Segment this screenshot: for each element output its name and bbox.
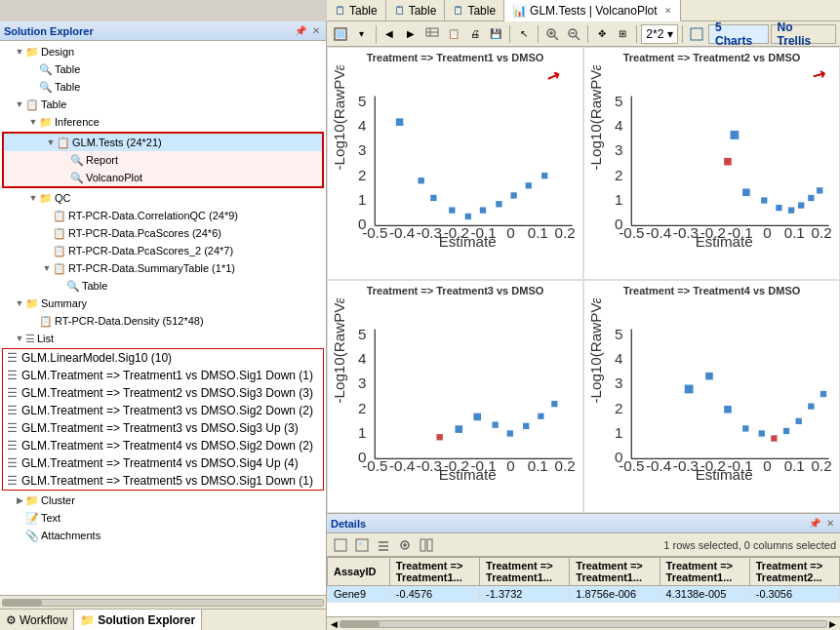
toolbar-btn-print[interactable]: 🖨 (465, 24, 485, 44)
col-header-assayid[interactable]: AssayID (328, 558, 390, 586)
toolbar-btn-2[interactable]: ▾ (352, 24, 372, 44)
qc3-label: RT-PCR-Data.PcaScores_2 (24*7) (68, 243, 233, 258)
col-header-t1b[interactable]: Treatment =>Treatment1... (480, 558, 570, 586)
tree-item-design[interactable]: ▼ 📁 Design (0, 43, 326, 60)
toolbar-btn-cursor[interactable]: ↖ (514, 24, 534, 44)
main-layout: Solution Explorer 📌 ✕ ▼ 📁 Design 🔍 Table… (0, 21, 840, 630)
toolbar-btn-prev-chart[interactable] (687, 24, 706, 44)
details-scrollbar-track[interactable] (340, 620, 827, 628)
tree-item-volcanoplot[interactable]: 🔍 VolcanoPlot (4, 169, 322, 186)
tree-item-attachments[interactable]: 📎 Attachments (0, 527, 326, 544)
expand-design[interactable]: ▼ (14, 44, 25, 59)
list-item-7[interactable]: ☰ GLM.Treatment => Treatment5 vs DMSO.Si… (3, 472, 323, 490)
tab-table-2[interactable]: 🗒 Table (386, 0, 446, 20)
expand-qc4[interactable]: ▼ (41, 260, 53, 276)
tree-item-design-table1[interactable]: 🔍 Table (0, 60, 326, 78)
grid-dropdown[interactable]: 2*2 ▾ (641, 24, 678, 44)
details-pin-icon[interactable]: 📌 (807, 518, 822, 529)
toolbar-btn-copy[interactable]: 📋 (444, 24, 463, 44)
tree-item-qc4[interactable]: ▼ 📋 RT-PCR-Data.SummaryTable (1*1) (0, 259, 326, 277)
expand-glm[interactable]: ▼ (45, 135, 57, 150)
expand-table-root[interactable]: ▼ (14, 97, 25, 112)
list-item-6[interactable]: ☰ GLM.Treatment => Treatment4 vs DMSO.Si… (3, 454, 323, 472)
left-scrollbar-h[interactable] (0, 595, 326, 609)
table-row-gene9[interactable]: ➜ Gene9 -0.4576 -1.3732 1.8756e-006 4.31… (328, 586, 840, 603)
svg-text:4: 4 (358, 117, 366, 134)
toolbar-btn-move[interactable]: ✥ (592, 24, 612, 44)
details-btn-3[interactable] (374, 535, 393, 555)
toolbar-btn-zoom-out[interactable] (564, 24, 583, 44)
scroll-right-btn[interactable]: ▶ (827, 619, 838, 629)
tree-item-glm-tests[interactable]: ▼ 📋 GLM.Tests (24*21) (4, 134, 322, 151)
tree-item-inference[interactable]: ▼ 📁 Inference (0, 113, 326, 131)
col-header-t1d[interactable]: Treatment =>Treatment1... (660, 558, 749, 586)
toolbar-btn-1[interactable] (331, 24, 350, 44)
expand-list-root[interactable]: ▼ (14, 331, 25, 346)
expand-inference[interactable]: ▼ (27, 114, 39, 130)
tree-item-design-table2[interactable]: 🔍 Table (0, 78, 326, 96)
toolbar-btn-export[interactable]: 💾 (487, 24, 506, 44)
expand-summary[interactable]: ▼ (14, 295, 25, 311)
toolbar-btn-select-all[interactable]: ⊞ (614, 24, 633, 44)
svg-text:2: 2 (358, 167, 366, 183)
toolbar-btn-zoom-in[interactable] (542, 24, 562, 44)
tab-close-btn[interactable]: ✕ (664, 6, 672, 16)
design-table2-label: Table (55, 79, 80, 95)
details-close-icon[interactable]: ✕ (824, 518, 836, 529)
scroll-left-btn[interactable]: ◀ (329, 619, 340, 629)
solution-explorer-tab[interactable]: 📁 Solution Explorer (74, 610, 202, 630)
list-item-1[interactable]: ☰ GLM.Treatment => Treatment1 vs DMSO.Si… (3, 367, 323, 384)
workflow-tab[interactable]: ⚙ Workflow (0, 610, 74, 630)
details-scrollbar-thumb[interactable] (340, 621, 380, 627)
expand-qc[interactable]: ▼ (27, 190, 39, 206)
tree-item-qc3[interactable]: 📋 RT-PCR-Data.PcaScores_2 (24*7) (0, 242, 326, 259)
details-btn-1[interactable] (331, 535, 350, 555)
tree-item-report[interactable]: 🔍 Report (4, 151, 322, 169)
expand-cluster[interactable]: ▶ (14, 492, 25, 508)
close-panel-icon[interactable]: ✕ (310, 25, 322, 36)
tree-item-qc4-table[interactable]: 🔍 Table (0, 277, 326, 295)
top-tab-bar: 🗒 Table 🗒 Table 🗒 Table 📊 GLM.Tests | Vo… (327, 0, 840, 21)
list-item-4[interactable]: ☰ GLM.Treatment => Treatment3 vs DMSO.Si… (3, 419, 323, 437)
list-item-3[interactable]: ☰ GLM.Treatment => Treatment3 vs DMSO.Si… (3, 402, 323, 419)
svg-rect-33 (430, 195, 436, 201)
details-btn-4[interactable] (395, 535, 415, 555)
svg-line-6 (554, 36, 558, 40)
charts-btn[interactable]: 5 Charts (708, 24, 768, 44)
toolbar-btn-3[interactable]: ◀ (380, 24, 400, 44)
tab-table-3[interactable]: 🗒 Table (445, 0, 504, 20)
tree-item-table-root[interactable]: ▼ 📋 Table (0, 96, 326, 113)
charts-label: 5 Charts (715, 21, 761, 48)
tree-item-qc1[interactable]: 📋 RT-PCR-Data.CorrelationQC (24*9) (0, 207, 326, 224)
col-header-t2a[interactable]: Treatment =>Treatment2... (749, 558, 839, 586)
qc1-label: RT-PCR-Data.CorrelationQC (24*9) (68, 208, 238, 223)
col-header-t1c[interactable]: Treatment =>Treatment1... (570, 558, 660, 586)
left-scrollbar-track[interactable] (2, 599, 324, 607)
tab-glm-tests[interactable]: 📊 GLM.Tests | VolcanoPlot ✕ (504, 0, 681, 21)
tree-item-qc[interactable]: ▼ 📁 QC (0, 189, 326, 207)
svg-text:4: 4 (615, 117, 622, 134)
details-table[interactable]: AssayID Treatment =>Treatment1... Treatm… (327, 557, 840, 616)
list-item-5[interactable]: ☰ GLM.Treatment => Treatment4 vs DMSO.Si… (3, 437, 323, 454)
list-item-0[interactable]: ☰ GLM.LinearModel.Sig10 (10) (3, 349, 323, 367)
tree-item-cluster[interactable]: ▶ 📁 Cluster (0, 492, 326, 509)
details-btn-5[interactable] (417, 535, 436, 555)
tree-item-density[interactable]: 📋 RT-PCR-Data.Density (512*48) (0, 312, 326, 330)
tree-item-summary[interactable]: ▼ 📁 Summary (0, 295, 326, 312)
svg-rect-66 (808, 195, 814, 201)
tree-item-list-root[interactable]: ▼ ☰ List (0, 330, 326, 347)
tree-item-text[interactable]: 📝 Text (0, 509, 326, 527)
toolbar-btn-5[interactable] (422, 24, 442, 44)
tree-item-qc2[interactable]: 📋 RT-PCR-Data.PcaScores (24*6) (0, 224, 326, 242)
tab-table-1[interactable]: 🗒 Table (327, 0, 386, 20)
list-item-2[interactable]: ☰ GLM.Treatment => Treatment2 vs DMSO.Si… (3, 384, 323, 402)
details-scrollbar-h[interactable]: ◀ ▶ (327, 616, 840, 630)
tree-area[interactable]: ▼ 📁 Design 🔍 Table 🔍 Table ▼ 📋 Table (0, 41, 326, 595)
col-header-t1a[interactable]: Treatment =>Treatment1... (389, 558, 479, 586)
left-scrollbar-thumb[interactable] (3, 600, 42, 606)
details-btn-2[interactable] (352, 535, 372, 555)
pin-icon[interactable]: 📌 (293, 25, 308, 36)
trellis-btn[interactable]: No Trellis (771, 24, 836, 44)
svg-rect-118 (783, 428, 789, 434)
toolbar-btn-4[interactable]: ▶ (401, 24, 420, 44)
